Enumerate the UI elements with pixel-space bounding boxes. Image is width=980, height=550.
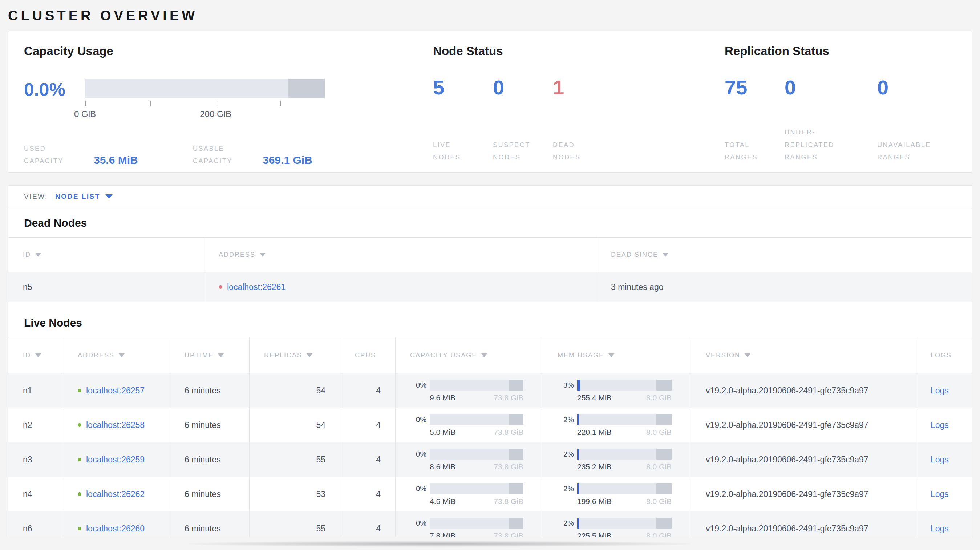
unavailable-ranges-count: 0 xyxy=(877,76,972,99)
capacity-usage-section: Capacity Usage 0.0% 0 GiB 200 GiB xyxy=(8,31,433,172)
table-row: n5 localhost:26261 3 minutes ago xyxy=(8,272,972,302)
version-cell: v19.2.0-alpha.20190606-2491-gfe735c9a97 xyxy=(691,477,916,511)
column-header-dead-since[interactable]: DEAD SINCE xyxy=(596,238,972,272)
cluster-overview-page: CLUSTER OVERVIEW Capacity Usage 0.0% xyxy=(0,0,980,550)
logs-cell: Logs xyxy=(916,442,972,477)
column-header-replicas[interactable]: REPLICAS xyxy=(249,337,340,373)
live-status-icon xyxy=(78,389,81,392)
live-nodes-stat: 5 LIVE NODES xyxy=(433,76,493,164)
view-label: VIEW: xyxy=(24,192,48,200)
capacity-usage-cell: 0% 8.6 MiB73.8 GiB xyxy=(395,442,542,477)
column-header-version[interactable]: VERSION xyxy=(691,337,916,373)
table-row: n2 localhost:26258 6 minutes 54 4 0% 5.0… xyxy=(8,408,972,442)
column-header-id[interactable]: ID xyxy=(8,238,204,272)
memory-mini-bar xyxy=(577,380,671,391)
axis-tick-label: 0 GiB xyxy=(74,109,96,119)
capacity-mini-bar xyxy=(430,414,523,425)
column-header-mem-usage[interactable]: MEM USAGE xyxy=(542,337,691,373)
node-address-link[interactable]: localhost:26261 xyxy=(227,282,285,292)
chevron-down-icon[interactable] xyxy=(105,194,113,199)
live-nodes-label: LIVE NODES xyxy=(433,139,493,164)
mem-usage-cell: 2% 235.2 MiB8.0 GiB xyxy=(542,442,691,477)
column-header-address[interactable]: ADDRESS xyxy=(204,238,596,272)
page-title: CLUSTER OVERVIEW xyxy=(8,8,972,24)
capacity-usage-cell: 0% 4.6 MiB73.8 GiB xyxy=(395,477,542,511)
node-address-link[interactable]: localhost:26257 xyxy=(86,386,145,396)
column-header-capacity-usage[interactable]: CAPACITY USAGE xyxy=(395,337,542,373)
version-cell: v19.2.0-alpha.20190606-2491-gfe735c9a97 xyxy=(691,408,916,442)
usable-capacity-label: USABLE CAPACITY xyxy=(193,142,262,167)
sort-desc-icon xyxy=(218,353,224,358)
axis-tick xyxy=(85,101,86,106)
logs-link[interactable]: Logs xyxy=(931,386,949,396)
total-ranges-stat: 75 TOTAL RANGES xyxy=(725,76,784,164)
uptime-cell: 6 minutes xyxy=(170,442,249,477)
memory-mini-bar xyxy=(577,483,671,494)
mem-usage-cell: 2% 199.6 MiB8.0 GiB xyxy=(542,477,691,511)
capacity-bar-chart: 0 GiB 200 GiB xyxy=(85,79,325,124)
sort-desc-icon xyxy=(307,353,312,358)
node-status-heading: Node Status xyxy=(433,45,725,58)
capacity-usage-heading: Capacity Usage xyxy=(24,45,433,58)
capacity-percent: 0.0% xyxy=(24,79,85,100)
uptime-cell: 6 minutes xyxy=(170,374,249,408)
table-row: n1 localhost:26257 6 minutes 54 4 0% 9.6… xyxy=(8,373,972,408)
node-id-cell: n4 xyxy=(8,477,63,511)
dead-nodes-table: ID ADDRESS DEAD SINCE n5 localhost:26261… xyxy=(8,237,972,302)
axis-tick xyxy=(216,101,216,106)
live-nodes-header-row: ID ADDRESS UPTIME REPLICAS CPUS CAPACITY… xyxy=(8,337,972,373)
under-replicated-ranges-count: 0 xyxy=(784,76,877,99)
logs-link[interactable]: Logs xyxy=(931,455,949,465)
node-address-cell: localhost:26261 xyxy=(204,272,596,302)
cpus-cell: 4 xyxy=(340,374,395,408)
mem-usage-cell: 2% 220.1 MiB8.0 GiB xyxy=(542,408,691,442)
sort-desc-icon xyxy=(481,353,487,358)
node-id-cell: n5 xyxy=(8,272,204,302)
replication-status-section: Replication Status 75 TOTAL RANGES 0 UND… xyxy=(725,31,972,172)
node-address-link[interactable]: localhost:26260 xyxy=(86,524,145,534)
replicas-cell: 53 xyxy=(249,477,340,511)
total-ranges-count: 75 xyxy=(725,76,784,99)
logs-link[interactable]: Logs xyxy=(931,490,949,499)
sort-desc-icon xyxy=(608,353,614,358)
table-row: n3 localhost:26259 6 minutes 55 4 0% 8.6… xyxy=(8,442,972,477)
column-header-cpus[interactable]: CPUS xyxy=(340,337,395,373)
usable-capacity-stat: USABLE CAPACITY 369.1 GiB xyxy=(193,142,362,167)
node-address-cell: localhost:26258 xyxy=(63,408,170,442)
axis-tick-label: 200 GiB xyxy=(200,109,231,119)
view-bar: VIEW: NODE LIST xyxy=(8,186,972,207)
node-address-cell: localhost:26262 xyxy=(63,477,170,511)
capacity-mini-bar xyxy=(430,518,523,529)
capacity-usage-cell: 0% 5.0 MiB73.8 GiB xyxy=(395,408,542,442)
cpus-cell: 4 xyxy=(340,477,395,511)
view-selector[interactable]: NODE LIST xyxy=(55,192,100,200)
cpus-cell: 4 xyxy=(340,408,395,442)
capacity-mini-bar xyxy=(430,380,523,391)
node-address-link[interactable]: localhost:26262 xyxy=(86,490,145,499)
usable-capacity-value: 369.1 GiB xyxy=(262,154,312,167)
dead-nodes-count: 1 xyxy=(553,76,613,99)
live-status-icon xyxy=(78,423,81,427)
capacity-mini-bar xyxy=(430,483,523,494)
column-header-uptime[interactable]: UPTIME xyxy=(170,337,249,373)
column-header-address[interactable]: ADDRESS xyxy=(63,337,170,373)
node-address-link[interactable]: localhost:26259 xyxy=(86,455,145,465)
page-bottom-band xyxy=(0,537,980,550)
column-header-logs: LOGS xyxy=(916,337,972,373)
column-header-id[interactable]: ID xyxy=(8,337,63,373)
table-row: n4 localhost:26262 6 minutes 53 4 0% 4.6… xyxy=(8,477,972,511)
logs-link[interactable]: Logs xyxy=(931,420,949,430)
version-cell: v19.2.0-alpha.20190606-2491-gfe735c9a97 xyxy=(691,374,916,408)
version-cell: v19.2.0-alpha.20190606-2491-gfe735c9a97 xyxy=(691,442,916,477)
unavailable-ranges-label: UNAVAILABLE RANGES xyxy=(877,139,972,164)
under-replicated-ranges-label: UNDER- REPLICATED RANGES xyxy=(784,126,877,164)
node-address-cell: localhost:26257 xyxy=(63,374,170,408)
logs-link[interactable]: Logs xyxy=(931,524,949,534)
sort-desc-icon xyxy=(260,253,266,257)
live-nodes-count: 5 xyxy=(433,76,493,99)
sort-desc-icon xyxy=(35,353,41,358)
suspect-nodes-count: 0 xyxy=(493,76,553,99)
node-address-link[interactable]: localhost:26258 xyxy=(86,420,145,430)
card-drop-shadow xyxy=(189,541,690,547)
used-capacity-label: USED CAPACITY xyxy=(24,142,94,167)
